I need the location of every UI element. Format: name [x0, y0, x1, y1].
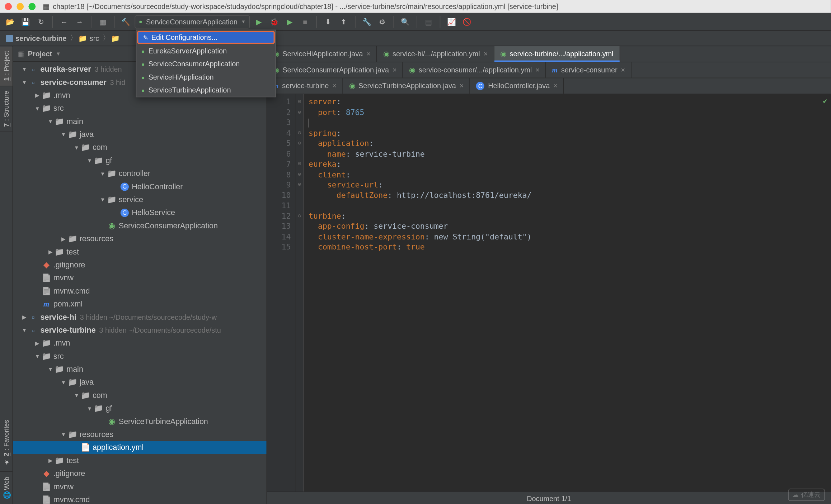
edit-configurations-item[interactable]: ✎ Edit Configurations... — [137, 31, 275, 44]
expand-arrow-icon[interactable] — [46, 115, 55, 128]
tree-row[interactable]: main — [13, 363, 266, 376]
forward-icon[interactable]: → — [73, 15, 86, 28]
chevron-down-icon[interactable]: ▼ — [56, 51, 61, 57]
coverage-icon[interactable]: ▶ — [283, 15, 296, 28]
tree-row[interactable]: service-hi3 hidden ~/Documents/sourcecod… — [13, 311, 266, 324]
editor-tab[interactable]: service-turbine× — [267, 78, 343, 94]
expand-arrow-icon[interactable] — [20, 76, 28, 89]
editor-tab[interactable]: service-consumer/.../application.yml× — [403, 62, 546, 78]
tree-row[interactable]: mvnw.cmd — [13, 493, 266, 504]
tree-row[interactable]: ServiceTurbineApplication — [13, 415, 266, 428]
breadcrumb-item[interactable]: 📁src — [78, 34, 99, 42]
expand-arrow-icon[interactable] — [20, 63, 28, 76]
make-icon[interactable]: ▦ — [96, 15, 109, 28]
sidebar-tab-project[interactable]: 11: Project: Project — [0, 46, 13, 86]
run-config-item[interactable]: ●ServiceConsumerApplication — [136, 57, 275, 70]
tree-row[interactable]: gf — [13, 402, 266, 415]
close-icon[interactable]: × — [553, 82, 558, 90]
tree-row[interactable]: pom.xml — [13, 298, 266, 310]
close-icon[interactable]: × — [366, 50, 371, 58]
tree-row[interactable]: resources — [13, 232, 266, 245]
expand-arrow-icon[interactable] — [46, 246, 55, 258]
tree-row[interactable]: mvnw.cmd — [13, 285, 266, 298]
debug-icon[interactable]: 🐞 — [268, 15, 281, 28]
run-configuration-selector[interactable]: ● ServiceConsumerApplication ▼ — [135, 15, 250, 28]
close-icon[interactable]: × — [621, 66, 625, 74]
vcs-update-icon[interactable]: ⬇ — [322, 15, 335, 28]
project-panel-title[interactable]: Project — [28, 49, 52, 58]
run-config-item[interactable]: ●ServiceHiApplication — [136, 71, 275, 84]
close-icon[interactable]: × — [460, 82, 464, 90]
back-icon[interactable]: ← — [57, 15, 70, 28]
expand-arrow-icon[interactable] — [72, 141, 81, 154]
editor-tab[interactable]: ServiceTurbineApplication.java× — [343, 78, 470, 94]
editor-tab[interactable]: service-turbine/.../application.yml — [494, 46, 620, 62]
tree-row[interactable]: java — [13, 376, 266, 389]
tree-row[interactable]: resources — [13, 428, 266, 441]
tree-row[interactable]: gf — [13, 154, 266, 167]
expand-arrow-icon[interactable] — [59, 376, 67, 389]
breadcrumb-item[interactable]: 📁 — [111, 34, 120, 42]
tree-row[interactable]: java — [13, 128, 266, 141]
tree-row[interactable]: com — [13, 141, 266, 154]
expand-arrow-icon[interactable] — [46, 363, 55, 376]
hammer-icon[interactable]: 🔨 — [119, 15, 132, 28]
expand-arrow-icon[interactable] — [46, 454, 55, 467]
expand-arrow-icon[interactable] — [85, 154, 94, 167]
vcs-commit-icon[interactable]: ⬆ — [337, 15, 350, 28]
stop-icon[interactable]: ■ — [299, 15, 311, 28]
maximize-icon[interactable] — [28, 3, 36, 10]
tree-row[interactable]: controller — [13, 167, 266, 180]
close-icon[interactable]: × — [393, 66, 397, 74]
tree-row[interactable]: test — [13, 454, 266, 467]
expand-arrow-icon[interactable] — [33, 89, 42, 102]
breadcrumb-item[interactable]: service-turbine — [6, 34, 67, 42]
expand-arrow-icon[interactable] — [20, 311, 28, 324]
tree-row[interactable]: ServiceConsumerApplication — [13, 219, 266, 232]
chart-icon[interactable]: 📈 — [445, 15, 458, 28]
tree-row[interactable]: src — [13, 102, 266, 115]
tree-row[interactable]: HelloController — [13, 180, 266, 193]
structure-icon[interactable]: ▤ — [422, 15, 435, 28]
tree-row[interactable]: main — [13, 115, 266, 128]
expand-arrow-icon[interactable] — [33, 337, 42, 350]
tree-row[interactable]: .gitignore — [13, 467, 266, 480]
editor-tab[interactable]: ServiceHiApplication.java× — [267, 46, 377, 62]
tree-row[interactable]: src — [13, 350, 266, 363]
tree-row[interactable]: .mvn — [13, 337, 266, 350]
expand-arrow-icon[interactable] — [20, 324, 28, 337]
close-icon[interactable]: × — [535, 66, 540, 74]
wrench-icon[interactable]: 🔧 — [360, 15, 373, 28]
tree-row[interactable]: HelloService — [13, 206, 266, 219]
close-icon[interactable] — [5, 3, 12, 10]
open-icon[interactable]: 📂 — [4, 15, 17, 28]
run-icon[interactable]: ▶ — [252, 15, 265, 28]
minimize-icon[interactable] — [17, 3, 24, 10]
expand-arrow-icon[interactable] — [99, 167, 107, 180]
settings-icon[interactable]: ⚙ — [376, 15, 389, 28]
expand-arrow-icon[interactable] — [33, 350, 42, 363]
tree-row[interactable]: com — [13, 389, 266, 402]
expand-arrow-icon[interactable] — [85, 402, 94, 415]
expand-arrow-icon[interactable] — [72, 389, 81, 402]
expand-arrow-icon[interactable] — [99, 193, 107, 206]
no-entry-icon[interactable]: 🚫 — [461, 15, 474, 28]
sync-icon[interactable]: ↻ — [34, 15, 47, 28]
tree-row[interactable]: mvnw — [13, 480, 266, 493]
run-config-item[interactable]: ●ServiceTurbineApplication — [136, 84, 275, 96]
tree-row[interactable]: mvnw — [13, 272, 266, 285]
expand-arrow-icon[interactable] — [59, 428, 67, 441]
editor-tab[interactable]: HelloController.java× — [470, 78, 564, 94]
sidebar-tab-web[interactable]: 🌐 Web — [0, 472, 13, 504]
tree-row[interactable]: service-turbine3 hidden ~/Documents/sour… — [13, 324, 266, 337]
expand-arrow-icon[interactable] — [59, 128, 67, 141]
sidebar-tab-favorites[interactable]: ★ 2: Favorites — [0, 415, 13, 472]
editor-tab[interactable]: ServiceConsumerApplication.java× — [267, 62, 403, 78]
search-icon[interactable]: 🔍 — [399, 15, 412, 28]
editor-tab[interactable]: service-consumer× — [546, 62, 632, 78]
expand-arrow-icon[interactable] — [33, 102, 42, 115]
editor-area[interactable]: 123456789101112131415 ⊖⊖⊖⊖⊖⊖⊖⊖ server: p… — [267, 94, 831, 491]
tree-row[interactable]: service — [13, 193, 266, 206]
expand-arrow-icon[interactable] — [59, 232, 67, 245]
tree-row[interactable]: .gitignore — [13, 258, 266, 271]
